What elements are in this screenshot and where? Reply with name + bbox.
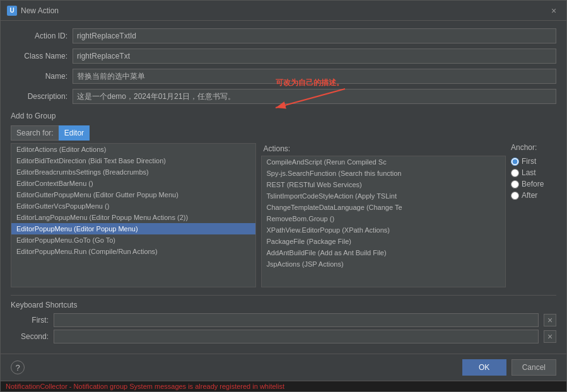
search-label: Search for: [11, 125, 59, 141]
list-item[interactable]: EditorGutterPopupMenu (Editor Gutter Pop… [11, 189, 255, 200]
anchor-after-label: After [522, 191, 537, 200]
list-item[interactable]: EditorBidiTextDirection (Bidi Text Base … [11, 155, 255, 166]
app-icon: U [7, 6, 17, 16]
class-name-row: Class Name: [11, 49, 556, 64]
name-input[interactable] [73, 69, 556, 84]
keyboard-shortcuts-section: Keyboard Shortcuts First: × Second: × [11, 295, 556, 346]
anchor-first-radio[interactable] [511, 158, 519, 166]
list-item[interactable]: AddAntBuildFile (Add as Ant Build File) [262, 247, 506, 258]
anchor-last-label: Last [522, 168, 536, 177]
class-name-label: Class Name: [11, 52, 67, 61]
second-shortcut-label: Second: [11, 332, 49, 341]
anchor-label: Anchor: [511, 143, 556, 152]
list-item[interactable]: PackageFile (Package File) [262, 236, 506, 247]
first-shortcut-input[interactable] [54, 313, 539, 327]
list-item[interactable]: Spy-js.SearchFunction (Search this funct… [262, 168, 506, 179]
status-text: NotificationCollector - Notification gro… [6, 383, 284, 390]
cancel-button[interactable]: Cancel [511, 359, 556, 376]
anchor-before-radio[interactable] [511, 180, 519, 188]
list-item[interactable]: EditorActions (Editor Actions) [11, 144, 255, 155]
second-shortcut-input[interactable] [54, 330, 539, 343]
action-id-row: Action ID: [11, 28, 556, 43]
left-list-panel: EditorActions (Editor Actions) EditorBid… [11, 143, 256, 287]
anchor-first[interactable]: First [511, 157, 556, 166]
anchor-first-label: First [522, 157, 536, 166]
groups-list[interactable]: EditorActions (Editor Actions) EditorBid… [11, 143, 256, 287]
anchor-after-radio[interactable] [511, 192, 519, 200]
list-item[interactable]: EditorPopupMenu.GoTo (Go To) [11, 234, 255, 246]
new-action-dialog: U New Action × Action ID: Class Name: Na… [0, 0, 567, 392]
keyboard-first-row: First: × [11, 313, 556, 327]
list-item[interactable]: XPathView.EditorPopup (XPath Actions) [262, 224, 506, 236]
list-item[interactable]: TslintImportCodeStyleAction (Apply TSLin… [262, 190, 506, 202]
list-item[interactable]: RemoveBom.Group () [262, 213, 506, 224]
right-list-panel: Actions: CompileAndScript (Rerun Compile… [261, 143, 506, 287]
lists-container: EditorActions (Editor Actions) EditorBid… [11, 143, 556, 287]
anchor-panel: Anchor: First Last Before [506, 143, 556, 287]
list-item[interactable]: ChangeTemplateDataLanguage (Change Te [262, 202, 506, 213]
description-row: Description: 可改为自己的描述。 [11, 89, 556, 104]
bottom-bar: ? OK Cancel [1, 354, 566, 381]
list-item-selected[interactable]: EditorPopupMenu (Editor Popup Menu) [11, 223, 255, 234]
title-bar: U New Action × [1, 1, 566, 21]
name-label: Name: [11, 72, 67, 81]
anchor-before[interactable]: Before [511, 180, 556, 188]
ok-button[interactable]: OK [462, 359, 506, 376]
keyboard-second-row: Second: × [11, 330, 556, 343]
description-input[interactable] [73, 89, 556, 104]
list-item[interactable]: CompileAndScript (Rerun Compiled Sc [262, 156, 506, 168]
list-item[interactable]: EditorPopupMenu.Run (Compile/Run Actions… [11, 246, 255, 257]
list-item[interactable]: EditorGutterVcsPopupMenu () [11, 200, 255, 212]
anchor-last-radio[interactable] [511, 169, 519, 177]
first-shortcut-clear[interactable]: × [544, 314, 556, 326]
second-shortcut-clear[interactable]: × [544, 330, 556, 343]
dialog-content: Action ID: Class Name: Name: Description… [1, 21, 566, 354]
actions-list[interactable]: CompileAndScript (Rerun Compiled Sc Spy-… [261, 156, 506, 287]
search-row: Search for: Editor [11, 125, 556, 141]
description-label: Description: [11, 92, 67, 101]
keyboard-shortcuts-label: Keyboard Shortcuts [11, 301, 556, 309]
close-button[interactable]: × [547, 4, 560, 17]
class-name-input[interactable] [73, 49, 556, 64]
dialog-title: New Action [21, 6, 544, 15]
status-bar: NotificationCollector - Notification gro… [1, 381, 566, 391]
first-shortcut-label: First: [11, 316, 49, 325]
list-item[interactable]: REST (RESTful Web Services) [262, 179, 506, 190]
actions-list-label: Actions: [261, 143, 506, 154]
anchor-before-label: Before [522, 180, 544, 188]
list-item[interactable]: EditorContextBarMenu () [11, 178, 255, 189]
list-item[interactable]: EditorBreadcrumbsSettings (Breadcrumbs) [11, 166, 255, 178]
list-item[interactable]: EditorLangPopupMenu (Editor Popup Menu A… [11, 212, 255, 223]
add-to-group-section: Add to Group Search for: Editor EditorAc… [11, 109, 556, 287]
list-item[interactable]: JspActions (JSP Actions) [262, 258, 506, 270]
add-to-group-label: Add to Group [11, 112, 556, 120]
action-id-input[interactable] [73, 28, 556, 43]
name-row: Name: [11, 69, 556, 84]
list-divider [256, 143, 261, 287]
action-id-label: Action ID: [11, 32, 67, 40]
help-button[interactable]: ? [11, 360, 25, 374]
anchor-last[interactable]: Last [511, 168, 556, 177]
search-tag[interactable]: Editor [59, 125, 90, 141]
anchor-after[interactable]: After [511, 191, 556, 200]
